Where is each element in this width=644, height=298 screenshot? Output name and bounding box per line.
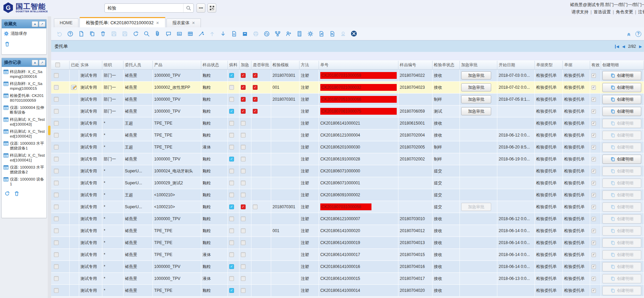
- previous-page-icon[interactable]: ◀: [622, 45, 625, 48]
- bake-checkbox[interactable]: [229, 216, 234, 221]
- row-select-checkbox[interactable]: [54, 204, 59, 209]
- history-item-5[interactable]: 样品测试: X_C_Tested[1000043]: [3, 116, 45, 128]
- search-icon[interactable]: [143, 30, 150, 37]
- qr-code-button[interactable]: [207, 3, 216, 13]
- bake-checkbox[interactable]: ✓: [229, 264, 234, 269]
- row-select-checkbox[interactable]: [54, 109, 59, 114]
- valid-checkbox[interactable]: ✓: [591, 73, 596, 78]
- tab-report-form[interactable]: 报表窗体✕: [166, 18, 201, 27]
- valid-checkbox[interactable]: ✓: [591, 265, 596, 269]
- urgent-checkbox[interactable]: [241, 121, 246, 126]
- valid-checkbox[interactable]: ✓: [591, 97, 596, 102]
- header-cell-select[interactable]: [51, 61, 70, 70]
- header-cell-valid[interactable]: 有效: [590, 61, 601, 70]
- next-page-icon[interactable]: ▶: [639, 45, 642, 48]
- urgent-checkbox[interactable]: [241, 169, 246, 173]
- create-detail-button[interactable]: 创建明细: [602, 95, 641, 104]
- history-item-10[interactable]: 仪器: 1000000 设备1: [3, 175, 45, 187]
- header-cell-sample-no[interactable]: 样品编号: [398, 61, 433, 70]
- delete-icon[interactable]: [100, 30, 106, 37]
- workflow-icon[interactable]: [274, 30, 281, 37]
- urgent-approve-button[interactable]: 加急审批: [461, 71, 491, 80]
- bake-checkbox[interactable]: [229, 169, 234, 173]
- search-icon[interactable]: [183, 4, 193, 12]
- create-detail-button[interactable]: 创建明细: [602, 107, 641, 116]
- valid-checkbox[interactable]: ✓: [591, 253, 596, 257]
- urgent-checkbox[interactable]: [241, 193, 246, 197]
- approve-checkbox[interactable]: ✓: [253, 85, 258, 90]
- row-select-checkbox[interactable]: [54, 240, 59, 245]
- valid-checkbox[interactable]: ✓: [591, 205, 596, 209]
- first-page-icon[interactable]: ◀: [615, 45, 619, 48]
- header-cell-urgent-approve[interactable]: 加急审批: [460, 61, 497, 70]
- help-icon[interactable]: [67, 30, 73, 37]
- urgent-checkbox[interactable]: [241, 145, 246, 150]
- header-link-4[interactable]: 注销: [638, 10, 644, 14]
- bake-checkbox[interactable]: ✓: [229, 288, 234, 293]
- comment-icon[interactable]: [165, 30, 172, 37]
- valid-checkbox[interactable]: ✓: [591, 193, 596, 197]
- header-cell-organization[interactable]: 组织: [102, 61, 123, 70]
- table-row[interactable]: 测试专用部门一褚燕景1000000_TPV颗粒✓✓2018070301注塑CK2…: [51, 94, 644, 105]
- valid-checkbox[interactable]: ✓: [591, 288, 596, 293]
- valid-checkbox[interactable]: ✓: [591, 217, 596, 221]
- history-item-4[interactable]: 仪器: 1000004 拉伸断裂设备: [3, 104, 45, 116]
- calculator-icon[interactable]: [296, 30, 303, 37]
- download-icon[interactable]: [220, 30, 226, 37]
- attachment-icon[interactable]: [154, 30, 161, 37]
- bake-checkbox[interactable]: [229, 252, 234, 257]
- urgent-checkbox[interactable]: [241, 240, 246, 245]
- urgent-approve-button[interactable]: 加急审批: [461, 107, 491, 115]
- magic-wand-icon[interactable]: [198, 30, 204, 37]
- refresh-history-icon[interactable]: [4, 191, 10, 196]
- header-cell-processed[interactable]: 已处: [70, 61, 79, 70]
- history-item-1[interactable]: 样品制样: X_C_Samping[1000016: [3, 68, 45, 80]
- clear-history-icon[interactable]: [14, 191, 19, 196]
- row-select-checkbox[interactable]: [54, 252, 59, 257]
- refresh-icon[interactable]: [132, 30, 139, 37]
- urgent-checkbox[interactable]: ✓: [241, 109, 246, 114]
- urgent-checkbox[interactable]: ✓: [241, 204, 246, 209]
- table-row[interactable]: 测试专用部门一褚燕景1000000_TPV颗粒✓✓✓2018070301注塑CK…: [51, 70, 644, 82]
- table-row[interactable]: 测试专用*褚燕景TPE_TPE颗粒✓注塑CK201806141000014201…: [51, 285, 644, 297]
- row-select-checkbox[interactable]: [54, 169, 59, 173]
- approve-checkbox[interactable]: ✓: [253, 97, 258, 102]
- valid-checkbox[interactable]: ✓: [591, 133, 596, 138]
- link-icon[interactable]: [263, 30, 270, 37]
- tab-home[interactable]: HOME: [54, 18, 78, 27]
- bake-checkbox[interactable]: [229, 181, 234, 185]
- row-select-checkbox[interactable]: [54, 121, 59, 126]
- urgent-checkbox[interactable]: [241, 264, 246, 269]
- add-contact-icon[interactable]: [285, 30, 292, 37]
- history-item-8[interactable]: 样品测试: X_C_Tested[1000041]: [3, 152, 45, 164]
- bake-checkbox[interactable]: [229, 145, 234, 150]
- history-item-3[interactable]: 检验委托单: CK201807031000059: [3, 92, 45, 104]
- table-row[interactable]: 测试专用*褚燕景TPE_TPE液体注塑CK2018061410000172018…: [51, 249, 644, 261]
- collapse-toolbar-icon[interactable]: [626, 31, 632, 37]
- bake-checkbox[interactable]: [229, 240, 234, 245]
- urgent-checkbox[interactable]: [241, 252, 246, 257]
- bake-checkbox[interactable]: ✓: [229, 204, 234, 209]
- table-row[interactable]: 测试专用*王超TPE_TPE液体注塑CK20180620100003020180…: [51, 141, 644, 153]
- delete-favorite-icon[interactable]: [2, 38, 46, 51]
- table-row[interactable]: 测试专用部门一褚燕景1000000_TPV颗粒✓✓✓注塑CK2018070610…: [51, 105, 644, 117]
- bake-checkbox[interactable]: ✓: [229, 73, 234, 78]
- table-row[interactable]: 测试专用*褚燕景TPE_TPE颗粒001注塑CK2018061410000202…: [51, 225, 644, 237]
- favorite-item-clear-cache[interactable]: 清除缓存: [2, 28, 46, 38]
- collapse-panel-icon[interactable]: ▲: [32, 60, 38, 66]
- urgent-approve-button[interactable]: 加急审批: [461, 95, 491, 103]
- create-detail-button[interactable]: 创建明细: [602, 155, 641, 164]
- header-cell-method[interactable]: 方法: [299, 61, 319, 70]
- header-link-3[interactable]: 角色变更: [616, 10, 633, 14]
- row-select-checkbox[interactable]: [54, 85, 59, 90]
- urgent-checkbox[interactable]: [241, 288, 246, 293]
- row-select-checkbox[interactable]: [54, 73, 59, 78]
- header-cell-bake[interactable]: 烘料: [228, 61, 239, 70]
- urgent-checkbox[interactable]: [241, 157, 246, 161]
- select-all-checkbox[interactable]: [55, 62, 60, 67]
- header-cell-urgent[interactable]: 加急: [239, 61, 251, 70]
- header-cell-start-date[interactable]: 开始日期: [497, 61, 535, 70]
- table-row[interactable]: 测试专用*王超<1000210>颗粒注塑CK201806091000002提交检…: [51, 189, 644, 201]
- bake-checkbox[interactable]: [229, 121, 234, 126]
- block-icon[interactable]: [351, 30, 357, 37]
